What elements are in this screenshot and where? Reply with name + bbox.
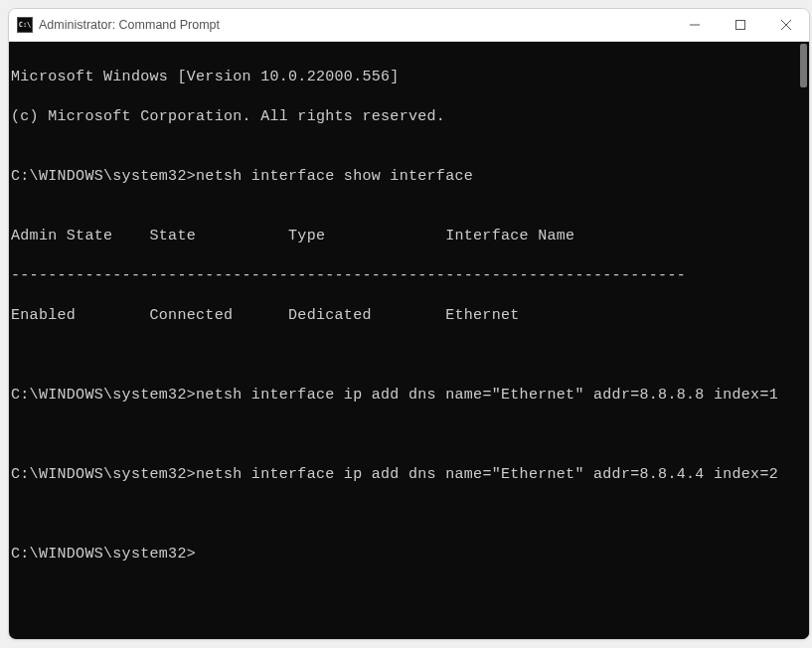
interface-table-divider: ----------------------------------------… [11, 266, 797, 286]
prompt-path: C:\WINDOWS\system32> [11, 387, 196, 404]
scroll-thumb[interactable] [800, 44, 807, 87]
cmd-icon-label: C:\ [19, 21, 32, 29]
prompt-path: C:\WINDOWS\system32> [11, 466, 196, 483]
command-text: netsh interface ip add dns name="Etherne… [196, 387, 778, 404]
titlebar[interactable]: C:\ Administrator: Command Prompt [9, 9, 809, 42]
prompt-path: C:\WINDOWS\system32> [11, 168, 196, 185]
terminal-area[interactable]: Microsoft Windows [Version 10.0.22000.55… [9, 42, 809, 639]
command-line: C:\WINDOWS\system32>netsh interface ip a… [11, 465, 797, 485]
scrollbar[interactable] [797, 42, 809, 639]
command-text: netsh interface ip add dns name="Etherne… [196, 466, 778, 483]
close-button[interactable] [763, 9, 809, 41]
cmd-icon: C:\ [17, 17, 33, 33]
prompt-ready: C:\WINDOWS\system32> [11, 545, 797, 565]
minimize-icon [690, 20, 700, 30]
window-title: Administrator: Command Prompt [39, 18, 672, 32]
command-text: netsh interface show interface [196, 168, 473, 185]
maximize-icon [735, 20, 745, 30]
banner-line: (c) Microsoft Corporation. All rights re… [11, 107, 797, 127]
command-line: C:\WINDOWS\system32>netsh interface ip a… [11, 386, 797, 405]
command-prompt-window: C:\ Administrator: Command Prompt Micros… [8, 8, 810, 640]
maximize-button[interactable] [718, 9, 763, 41]
close-icon [781, 20, 791, 30]
window-controls [672, 9, 809, 41]
command-line: C:\WINDOWS\system32>netsh interface show… [11, 167, 797, 187]
terminal-output[interactable]: Microsoft Windows [Version 10.0.22000.55… [9, 42, 797, 639]
svg-rect-1 [736, 21, 745, 30]
banner-line: Microsoft Windows [Version 10.0.22000.55… [11, 68, 797, 87]
minimize-button[interactable] [672, 9, 718, 41]
interface-table-row: Enabled Connected Dedicated Ethernet [11, 306, 797, 326]
interface-table-header: Admin State State Type Interface Name [11, 227, 797, 246]
